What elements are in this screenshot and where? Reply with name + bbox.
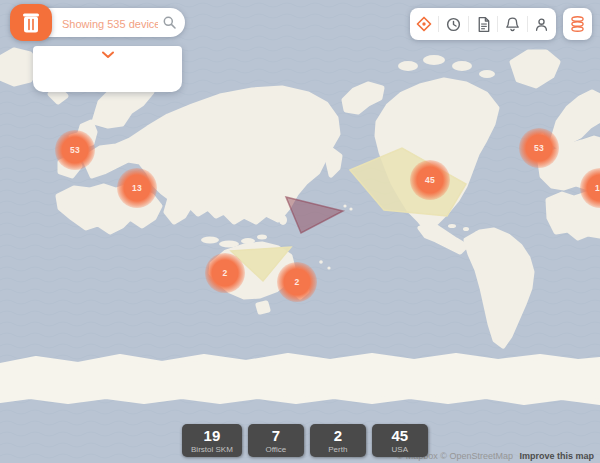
device-bin-logo-icon (20, 10, 42, 36)
history-button[interactable] (439, 8, 467, 40)
locate-target-icon (415, 15, 433, 33)
device-cluster-marker[interactable]: 45 (410, 160, 450, 200)
notifications-button[interactable] (498, 8, 526, 40)
device-cluster-marker[interactable]: 2 (277, 262, 317, 302)
improve-map-link[interactable]: Improve this map (519, 451, 594, 461)
device-cluster-count: 13 (132, 183, 142, 193)
stat-value: 19 (191, 428, 233, 444)
stat-badge[interactable]: 19Birstol SKM (182, 424, 242, 457)
device-cluster-count: 53 (70, 145, 80, 155)
device-cluster-marker[interactable]: 2 (205, 253, 245, 293)
stat-value: 2 (319, 428, 357, 444)
device-cluster-count: 53 (534, 143, 544, 153)
app-logo[interactable] (10, 4, 52, 41)
stat-badge[interactable]: 2Perth (310, 424, 366, 457)
stat-badge[interactable]: 7Office (248, 424, 304, 457)
clock-history-icon (445, 16, 462, 33)
stat-label: Office (257, 445, 295, 454)
stat-badge[interactable]: 45USA (372, 424, 428, 457)
device-cluster-count: 45 (425, 175, 435, 185)
device-cluster-count: 13 (595, 183, 600, 193)
top-toolbar (410, 8, 556, 40)
device-cluster-count: 2 (294, 277, 299, 287)
stat-value: 45 (381, 428, 419, 444)
device-cluster-marker[interactable]: 53 (519, 128, 559, 168)
stat-label: USA (381, 445, 419, 454)
locate-target-button[interactable] (410, 8, 438, 40)
stats-row: 19Birstol SKM7Office2Perth45USA (182, 424, 428, 457)
stat-label: Birstol SKM (191, 445, 233, 454)
bell-icon (504, 16, 521, 33)
search-bar (32, 8, 185, 37)
document-report-icon (475, 16, 492, 33)
search-input[interactable] (60, 8, 160, 39)
stat-label: Perth (319, 445, 357, 454)
device-cluster-marker[interactable]: 53 (55, 130, 95, 170)
user-icon (533, 16, 550, 33)
device-cluster-marker[interactable]: 13 (117, 168, 157, 208)
layers-button[interactable] (563, 8, 592, 40)
layers-stack-icon (569, 14, 586, 34)
device-cluster-count: 2 (222, 268, 227, 278)
filter-drop-panel[interactable] (33, 46, 182, 92)
stat-value: 7 (257, 428, 295, 444)
reports-button[interactable] (469, 8, 497, 40)
search-icon[interactable] (163, 16, 176, 29)
chevron-down-icon[interactable] (101, 51, 115, 59)
account-button[interactable] (528, 8, 556, 40)
osm-attribution-link[interactable]: © OpenStreetMap (440, 451, 513, 461)
